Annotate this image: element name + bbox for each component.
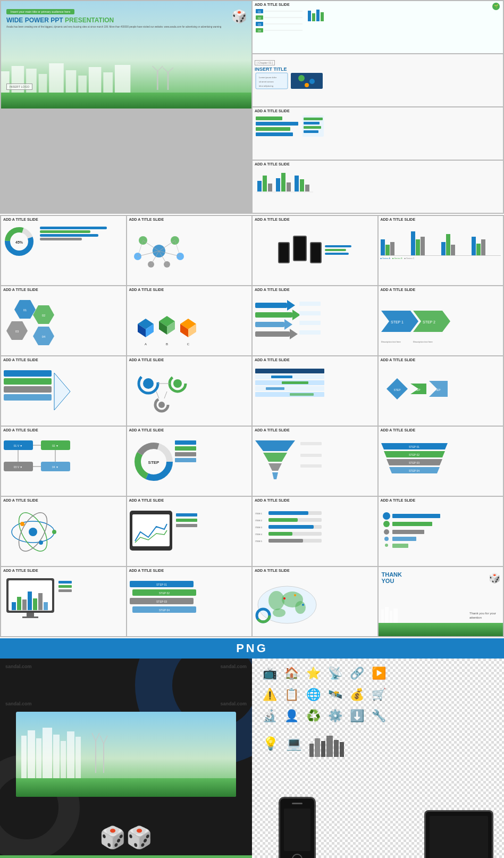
svg-rect-137	[266, 387, 284, 390]
grass-strip	[1, 93, 251, 109]
svg-rect-104	[255, 331, 290, 337]
slide-radial[interactable]: ADD A TITLE SLIDE 45%	[1, 216, 126, 285]
slide-chevron[interactable]: ADD A TITLE SLIDE STEP 1 STEP 2 Descript…	[379, 286, 503, 355]
svg-text:STEP 04: STEP 04	[409, 469, 419, 472]
slide-radial-svg: 45%	[3, 223, 38, 265]
icon-download: ⬇️	[350, 709, 364, 723]
slide-thumb-list2[interactable]: ADD A TITLE SLIDE	[253, 107, 503, 160]
svg-rect-230	[58, 585, 72, 588]
slide-stepribbons[interactable]: ADD A TITLE SLIDE STEP 01 STEP 02 STEP 0…	[127, 567, 252, 636]
svg-text:02 ▼: 02 ▼	[52, 444, 58, 447]
svg-point-248	[294, 594, 296, 596]
slide-cubes-svg: A B C	[127, 292, 252, 348]
chapter-tag: [ Chapter 01 ]	[255, 60, 275, 65]
main-title-slide[interactable]: Insert your main title or primary audien…	[1, 1, 251, 109]
svg-rect-223	[28, 592, 32, 610]
slide-arrowflow-svg	[253, 292, 377, 348]
svg-rect-253	[393, 609, 398, 623]
slide-network[interactable]: ADD A TITLE SLIDE	[127, 216, 252, 285]
svg-rect-51	[268, 184, 272, 191]
svg-text:04: 04	[42, 335, 46, 338]
svg-text:STEP 02: STEP 02	[409, 453, 419, 456]
slide-layers[interactable]: ADD A TITLE SLIDE	[1, 356, 126, 426]
icon-flask: 🔬	[263, 709, 277, 723]
slide-linechart[interactable]: ADD A TITLE SLIDE ITEM 1 ITEM 2 ITEM 3 I…	[253, 497, 377, 566]
slide-timeline-svg	[253, 362, 377, 418]
slide-thumb-bars[interactable]: ADD A TITLE SLIDE	[253, 161, 503, 213]
preview-grass	[16, 778, 236, 797]
slide-funnelbars-svg	[379, 503, 503, 559]
svg-rect-269	[315, 738, 320, 757]
slide-stepribbons-svg: STEP 01 STEP 02 STEP 03 STEP 04	[127, 573, 252, 629]
svg-rect-48	[304, 130, 318, 133]
slide-phones[interactable]: ADD A TITLE SLIDE	[253, 216, 377, 285]
svg-text:ITEM 1: ITEM 1	[255, 512, 263, 515]
svg-point-185	[52, 530, 56, 534]
svg-line-263	[92, 733, 96, 741]
slide-chevron2[interactable]: ADD A TITLE SLIDE STEP STEP STEP	[379, 356, 503, 426]
svg-rect-224	[33, 598, 37, 610]
svg-rect-7	[89, 67, 102, 93]
slide-funnelbars[interactable]: ADD A TITLE SLIDE	[379, 497, 503, 566]
svg-rect-209	[392, 514, 440, 518]
phone-3	[310, 242, 322, 263]
svg-text:ITEM 4: ITEM 4	[255, 533, 263, 536]
thank-you-cubes: 🎲	[489, 572, 500, 584]
slide-hexagons[interactable]: ADD A TITLE SLIDE 01 02 03 04	[1, 286, 126, 355]
svg-rect-189	[132, 514, 170, 546]
png-grass-bar	[0, 855, 252, 858]
slide-zigfunnel[interactable]: ADD A TITLE SLIDE	[127, 356, 252, 426]
insert-logo: INSERT LOGO	[6, 84, 32, 90]
svg-rect-56	[300, 179, 304, 191]
slide-3dcubes[interactable]: ADD A TITLE SLIDE A B C	[127, 286, 252, 355]
slide-monitor[interactable]: ADD A TITLE SLIDE	[1, 567, 126, 636]
svg-rect-198	[268, 518, 298, 522]
chapter-svg: Lorem ipsum dolor sit amet consec tetur …	[255, 72, 501, 101]
chapter-slide[interactable]: [ Chapter 01 ] INSERT TITLE Lorem ipsum …	[253, 54, 503, 106]
svg-text:45%: 45%	[15, 240, 23, 244]
slide-thankyou[interactable]: THANKYOU 🎲 Thank you for your attention	[379, 567, 503, 636]
svg-text:01: 01	[258, 10, 261, 13]
slide-donutsteps[interactable]: ADD A TITLE SLIDE STEP	[127, 427, 252, 496]
svg-rect-49	[257, 181, 262, 191]
svg-rect-221	[17, 597, 21, 610]
svg-rect-268	[309, 744, 314, 757]
svg-text:03: 03	[258, 23, 261, 26]
icon-star: ⭐	[306, 667, 321, 680]
svg-rect-107	[299, 311, 321, 315]
svg-rect-190	[176, 513, 197, 517]
icons-row-2: ⚠️ 📋 🌐 🛰️ 💰 🛒	[263, 688, 493, 702]
svg-point-124	[173, 379, 182, 388]
slide-label-list2: ADD A TITLE SLIDE	[253, 107, 503, 113]
slide-tablet[interactable]: ADD A TITLE SLIDE	[127, 497, 252, 566]
svg-line-267	[104, 736, 107, 744]
icon-play: ▶️	[372, 667, 386, 680]
svg-point-243	[295, 601, 306, 614]
slide-layers-svg	[1, 362, 126, 418]
watermark-3: sandal.com	[5, 701, 32, 706]
slide-worldmap[interactable]: ADD A TITLE SLIDE	[253, 567, 377, 636]
slide-barchart[interactable]: ADD A TITLE SLIDE	[379, 216, 503, 285]
slide-donut-svg: STEP	[127, 432, 252, 488]
svg-text:Lorem ipsum dolor: Lorem ipsum dolor	[259, 76, 277, 79]
svg-text:STEP 04: STEP 04	[159, 609, 170, 612]
slide-thumb-1[interactable]: ADD A TITLE SLIDE 01 02 03 04	[253, 1, 503, 53]
svg-text:tetur adipiscing: tetur adipiscing	[259, 85, 273, 87]
slide-arrowflow[interactable]: ADD A TITLE SLIDE	[253, 286, 377, 355]
slide-bars-svg	[255, 168, 501, 205]
slide-layerstack[interactable]: ADD A TITLE SLIDE STEP 01 STEP 02 STEP 0…	[379, 427, 503, 496]
slide-timeline[interactable]: ADD A TITLE SLIDE	[253, 356, 377, 426]
svg-rect-57	[305, 185, 309, 191]
svg-rect-257	[43, 728, 52, 778]
svg-point-122	[143, 378, 154, 389]
svg-rect-213	[392, 530, 424, 534]
slide-atom-svg	[1, 503, 126, 559]
slide-cyclesteps[interactable]: ADD A TITLE SLIDE 01 V ▼ 02 ▼ 03 V ▼ 04 …	[1, 427, 126, 496]
main-title: WIDE POWER PPT PRESENTATION	[6, 16, 246, 24]
slide-atom[interactable]: ADD A TITLE SLIDE	[1, 497, 126, 566]
svg-rect-133	[255, 386, 324, 391]
svg-rect-272	[334, 740, 339, 757]
slide-funnelright[interactable]: ADD A TITLE SLIDE	[253, 427, 377, 496]
icon-clipboard: 📋	[284, 688, 299, 702]
svg-rect-271	[326, 736, 333, 757]
